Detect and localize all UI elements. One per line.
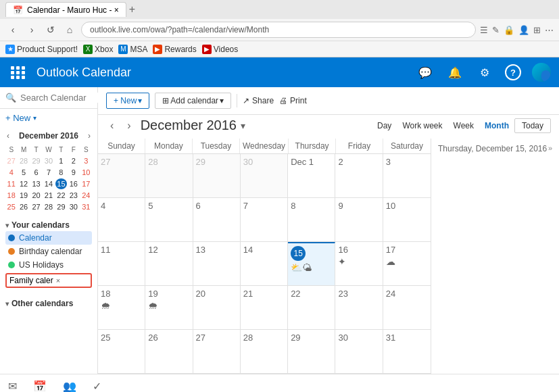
cal-cell-dec29[interactable]: 29	[288, 330, 335, 373]
cal-cell-dec27[interactable]: 27	[193, 330, 241, 373]
other-calendars-header[interactable]: ▾ Other calendars	[5, 297, 92, 310]
mail-icon-button[interactable]: ✉	[5, 377, 20, 392]
security-icon[interactable]: 🔒	[504, 25, 514, 35]
month-dropdown-icon[interactable]: ▾	[241, 120, 245, 131]
cal-cell-dec30[interactable]: 30	[335, 330, 383, 373]
cal-cell-dec28[interactable]: 28	[241, 330, 288, 373]
cal-cell-dec3[interactable]: 3	[383, 154, 431, 197]
new-tab-button[interactable]: +	[129, 3, 135, 16]
family-calendar-item[interactable]: Family caler ×	[5, 273, 92, 288]
forward-button[interactable]: ›	[24, 22, 39, 37]
mini-cal-next-button[interactable]: ›	[87, 130, 92, 142]
new-event-button[interactable]: + New ▾	[5, 113, 37, 123]
cal-cell-dec31[interactable]: 31	[383, 330, 431, 373]
mini-day-10[interactable]: 10	[80, 167, 92, 178]
bookmark-msa[interactable]: M MSA	[118, 45, 147, 54]
mini-day-1[interactable]: 1	[55, 155, 67, 166]
mini-day-2[interactable]: 2	[68, 155, 79, 166]
side-panel-expand-button[interactable]: »	[548, 144, 552, 152]
home-button[interactable]: ⌂	[62, 22, 77, 37]
cal-cell-dec4[interactable]: 4	[98, 198, 145, 241]
cal-cell-dec1[interactable]: Dec 1	[288, 154, 335, 197]
calendar-icon-button[interactable]: 📅	[30, 377, 49, 392]
cal-cell-dec17[interactable]: 17 ☁	[383, 242, 431, 285]
cal-cell-dec22[interactable]: 22	[288, 286, 335, 329]
chat-icon-button[interactable]: 💬	[416, 63, 435, 82]
mini-cal-prev-button[interactable]: ‹	[5, 130, 11, 142]
bookmark-product-support[interactable]: ★ Product Support!	[5, 45, 78, 54]
cal-cell-dec10[interactable]: 10	[383, 198, 431, 241]
cal-cell-nov28[interactable]: 28	[145, 154, 193, 197]
cal-add-calendar-button[interactable]: ⊞ Add calendar ▾	[155, 93, 231, 109]
cal-cell-dec5[interactable]: 5	[145, 198, 193, 241]
mini-day-3[interactable]: 3	[80, 155, 92, 166]
mini-day-29a[interactable]: 29	[30, 155, 42, 166]
calendar-item-calendar[interactable]: Calendar	[5, 231, 92, 245]
mini-day-25[interactable]: 25	[5, 201, 17, 212]
people-icon-button[interactable]: 👥	[60, 377, 79, 392]
mini-day-31[interactable]: 31	[80, 201, 92, 212]
cal-prev-month-button[interactable]: ‹	[106, 118, 118, 133]
refresh-button[interactable]: ↺	[43, 22, 58, 37]
mini-day-28b[interactable]: 28	[43, 201, 54, 212]
mini-day-23[interactable]: 23	[68, 190, 79, 201]
more-icon[interactable]: ⋯	[545, 25, 554, 35]
mini-day-17[interactable]: 17	[80, 178, 92, 189]
bookmark-rewards[interactable]: ▶ Rewards	[153, 45, 196, 54]
cal-cell-dec9[interactable]: 9	[335, 198, 383, 241]
calendar-item-us-holidays[interactable]: US Holidays	[5, 258, 92, 272]
cal-cell-dec7[interactable]: 7	[241, 198, 288, 241]
cal-cell-dec18[interactable]: 18 🌧	[98, 286, 145, 329]
mini-day-22[interactable]: 22	[55, 190, 67, 201]
cal-cell-dec23[interactable]: 23	[335, 286, 383, 329]
windows-icon[interactable]: ⊞	[533, 25, 541, 35]
mini-day-5[interactable]: 5	[18, 167, 29, 178]
view-workweek-button[interactable]: Work week	[397, 118, 447, 133]
address-bar[interactable]: outlook.live.com/owa/?path=/calendar/vie…	[81, 22, 476, 38]
cal-next-month-button[interactable]: ›	[123, 118, 135, 133]
avatar[interactable]: 👤	[532, 63, 551, 82]
cal-cell-dec2[interactable]: 2	[335, 154, 383, 197]
mini-day-16[interactable]: 16	[68, 178, 79, 189]
mini-day-13[interactable]: 13	[30, 178, 42, 189]
cal-cell-dec8[interactable]: 8	[288, 198, 335, 241]
mini-day-15[interactable]: 15	[55, 178, 67, 189]
cal-cell-dec19[interactable]: 19 🌧	[145, 286, 193, 329]
bookmark-xbox[interactable]: X Xbox	[83, 45, 113, 54]
cal-cell-nov30[interactable]: 30	[241, 154, 288, 197]
tasks-icon-button[interactable]: ✓	[90, 377, 104, 392]
today-button[interactable]: Today	[514, 118, 551, 133]
bell-icon-button[interactable]: 🔔	[445, 63, 464, 82]
view-month-button[interactable]: Month	[479, 118, 514, 133]
share-button[interactable]: ↗ Share	[243, 96, 274, 105]
cal-cell-dec25[interactable]: 25	[98, 330, 145, 373]
family-calendar-close-button[interactable]: ×	[56, 276, 60, 285]
mini-day-29b[interactable]: 29	[55, 201, 67, 212]
mini-day-6[interactable]: 6	[30, 167, 42, 178]
cal-cell-nov29[interactable]: 29	[193, 154, 241, 197]
active-tab[interactable]: 📅 Calendar - Mauro Huc - ×	[5, 2, 126, 17]
app-grid-button[interactable]	[8, 64, 28, 82]
edit-icon[interactable]: ✎	[492, 25, 500, 35]
cal-cell-dec16[interactable]: 16 ✦	[335, 242, 383, 285]
mini-day-30a[interactable]: 30	[43, 155, 54, 166]
mini-day-18[interactable]: 18	[5, 190, 17, 201]
gear-icon-button[interactable]: ⚙	[475, 63, 494, 82]
view-week-button[interactable]: Week	[448, 118, 479, 133]
cal-cell-nov27[interactable]: 27	[98, 154, 145, 197]
print-button[interactable]: 🖨 Print	[279, 96, 307, 105]
user-icon[interactable]: 👤	[518, 25, 529, 35]
mini-day-30b[interactable]: 30	[68, 201, 79, 212]
mini-day-7[interactable]: 7	[43, 167, 54, 178]
back-button[interactable]: ‹	[5, 22, 20, 37]
calendar-item-birthday[interactable]: Birthday calendar	[5, 245, 92, 258]
mini-day-20[interactable]: 20	[30, 190, 42, 201]
cal-cell-dec21[interactable]: 21	[241, 286, 288, 329]
cal-cell-dec24[interactable]: 24	[383, 286, 431, 329]
mini-day-8[interactable]: 8	[55, 167, 67, 178]
mini-day-27b[interactable]: 27	[30, 201, 42, 212]
cal-cell-dec13[interactable]: 13	[193, 242, 241, 285]
mini-day-26[interactable]: 26	[18, 201, 29, 212]
cal-cell-dec26[interactable]: 26	[145, 330, 193, 373]
mini-day-4[interactable]: 4	[5, 167, 17, 178]
